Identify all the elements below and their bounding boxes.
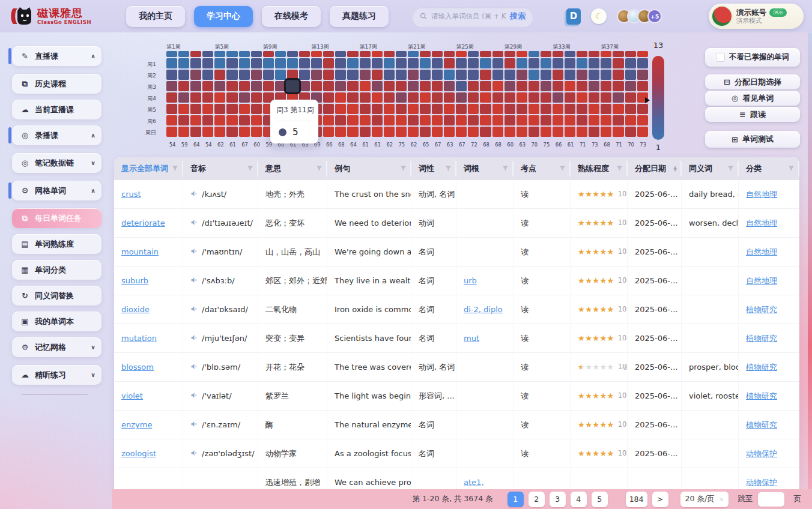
nav-real-practice[interactable]: 真题练习	[330, 6, 389, 27]
heatmap-cell[interactable]	[202, 81, 213, 91]
word-link[interactable]: deteriorate	[121, 218, 165, 227]
heatmap-cell[interactable]	[553, 104, 563, 114]
word-cell[interactable]	[114, 468, 183, 489]
heatmap-cell[interactable]	[420, 104, 431, 114]
heatmap-cell[interactable]	[541, 127, 551, 137]
sidebar-item-word-proficiency[interactable]: ▤单词熟练度	[12, 234, 102, 254]
heatmap-cell[interactable]	[166, 104, 177, 114]
heatmap-cell[interactable]	[226, 104, 237, 114]
heatmap-cell[interactable]	[226, 58, 237, 68]
heatmap-cell[interactable]	[214, 58, 225, 68]
heatmap-cell[interactable]	[335, 51, 346, 57]
heatmap-cell[interactable]	[275, 51, 286, 57]
heatmap-cell[interactable]	[239, 104, 250, 114]
heatmap-cell[interactable]	[613, 127, 623, 137]
heatmap-cell[interactable]	[456, 104, 467, 114]
heatmap-cell[interactable]	[396, 92, 407, 103]
category-link[interactable]: 植物研究	[746, 333, 777, 344]
heatmap-cell[interactable]	[480, 70, 491, 80]
heatmap-cell[interactable]	[613, 115, 623, 125]
heatmap-cell[interactable]	[517, 51, 527, 57]
category-link[interactable]: 植物研究	[746, 304, 777, 315]
heatmap-cell[interactable]	[625, 51, 636, 57]
heatmap-cell[interactable]	[444, 115, 455, 125]
heatmap-cell[interactable]	[226, 51, 237, 57]
heatmap-cell[interactable]	[517, 70, 527, 80]
heatmap-cell[interactable]	[347, 127, 358, 137]
word-link[interactable]: dioxide	[121, 305, 150, 314]
heatmap-cell[interactable]	[577, 81, 587, 91]
heatmap-cell[interactable]	[589, 70, 599, 80]
heatmap-cell[interactable]	[420, 92, 431, 103]
heatmap-cell[interactable]	[456, 81, 467, 91]
heatmap-cell[interactable]	[263, 81, 274, 91]
heatmap-cell[interactable]	[190, 58, 201, 68]
sidebar-item-synonym-replace[interactable]: ↻同义词替换	[12, 286, 102, 306]
column-header-考点[interactable]: 考点	[514, 161, 571, 176]
heatmap-cell[interactable]	[492, 51, 503, 57]
sidebar-item-memory-grid[interactable]: ⚙记忆网格∨	[12, 337, 102, 357]
heatmap-cell[interactable]	[202, 115, 213, 125]
heatmap-cell[interactable]	[504, 51, 515, 57]
heatmap-cell[interactable]	[601, 115, 611, 125]
heatmap-cell[interactable]	[360, 81, 371, 91]
heatmap-grid[interactable]	[166, 51, 648, 137]
heatmap-cell[interactable]	[263, 51, 274, 57]
heatmap-cell[interactable]	[577, 92, 587, 103]
heatmap-cell[interactable]	[311, 70, 322, 80]
root-link[interactable]: ate1,	[464, 478, 483, 487]
heatmap-cell[interactable]	[637, 104, 648, 114]
word-cell[interactable]: mountain	[114, 238, 183, 266]
heatmap-cell[interactable]	[468, 104, 479, 114]
heatmap-cell[interactable]	[202, 92, 213, 103]
color-scale-bar[interactable]	[652, 56, 664, 140]
heatmap-cell[interactable]	[287, 51, 298, 57]
heatmap-cell[interactable]	[275, 70, 286, 80]
heatmap-cell[interactable]	[335, 81, 346, 91]
heatmap-cell[interactable]	[384, 81, 395, 91]
filter-icon[interactable]	[316, 164, 323, 173]
sidebar-item-my-wordbook[interactable]: ▣我的单词本	[12, 312, 102, 331]
root-link[interactable]: urb	[464, 276, 477, 285]
column-header-意思[interactable]: 意思	[258, 161, 327, 176]
heatmap-cell[interactable]	[492, 127, 503, 137]
sidebar-item-grid-words[interactable]: ⚙网格单词∧	[12, 181, 102, 200]
heatmap-cell[interactable]	[323, 115, 334, 125]
heatmap-cell[interactable]	[396, 127, 407, 137]
dark-mode-toggle-icon[interactable]: ☾	[591, 8, 607, 24]
heatmap-cell[interactable]	[625, 70, 636, 80]
heatmap-cell[interactable]	[577, 104, 587, 114]
heatmap-cell[interactable]	[190, 115, 201, 125]
column-header-分配日期[interactable]: 分配日期▲▼	[628, 161, 682, 176]
heatmap-cell[interactable]	[178, 51, 189, 57]
heatmap-cell[interactable]	[226, 92, 237, 103]
heatmap-cell[interactable]	[239, 81, 250, 91]
word-link[interactable]: zoologist	[121, 449, 156, 458]
heatmap-cell[interactable]	[529, 58, 539, 68]
heatmap-cell[interactable]	[432, 70, 443, 80]
heatmap-cell[interactable]	[372, 115, 383, 125]
heatmap-cell[interactable]	[251, 70, 262, 80]
heatmap-cell[interactable]	[504, 70, 515, 80]
heatmap-cell[interactable]	[335, 58, 346, 68]
filter-icon[interactable]	[445, 164, 452, 173]
heatmap-cell[interactable]	[480, 127, 491, 137]
heatmap-cell[interactable]	[589, 127, 599, 137]
heatmap-cell[interactable]	[311, 51, 322, 57]
heatmap-cell[interactable]	[190, 81, 201, 91]
speaker-icon[interactable]	[190, 363, 198, 372]
filter-icon[interactable]	[727, 164, 734, 173]
heatmap-cell[interactable]	[541, 81, 551, 91]
heatmap-cell[interactable]	[202, 51, 213, 57]
heatmap-cell[interactable]	[553, 81, 563, 91]
heatmap-cell[interactable]	[372, 51, 383, 57]
heatmap-cell[interactable]	[347, 92, 358, 103]
heatmap-cell[interactable]	[360, 127, 371, 137]
heatmap-cell[interactable]	[335, 127, 346, 137]
heatmap-cell[interactable]	[432, 81, 443, 91]
follow-read-button[interactable]: ≡跟读	[705, 107, 800, 122]
heatmap-cell[interactable]	[239, 127, 250, 137]
heatmap-cell[interactable]	[251, 127, 262, 137]
heatmap-cell[interactable]	[190, 92, 201, 103]
heatmap-cell[interactable]	[311, 81, 322, 91]
